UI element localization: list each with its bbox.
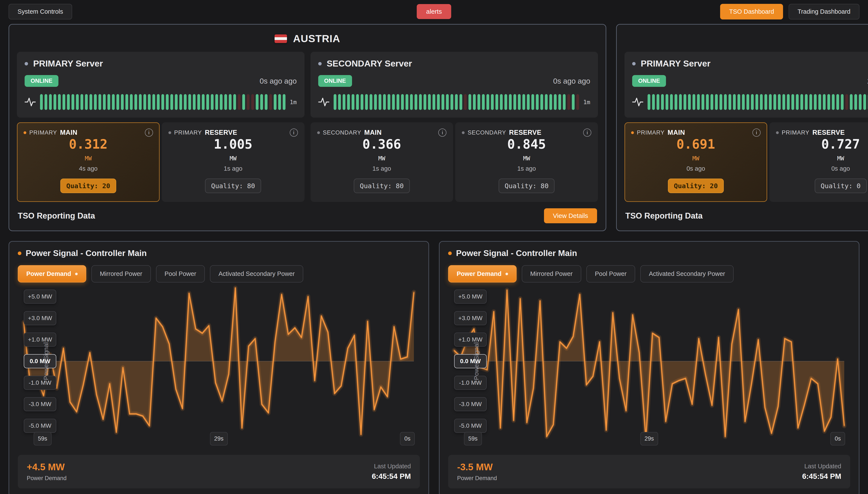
metric-card-secondary-main[interactable]: SECONDARY MAIN i 0.366 MW 1s ago Quality… <box>311 122 453 202</box>
metric-value: 0.845 <box>507 137 546 152</box>
heartbeat-bar-ok <box>841 94 844 110</box>
power-signal-line-chart <box>454 297 844 426</box>
heartbeat-bar-ok <box>356 94 359 110</box>
panel-status-dot <box>18 251 21 255</box>
heartbeat-bar-ok <box>49 94 52 110</box>
heartbeat-bar-ok <box>378 94 381 110</box>
info-icon[interactable]: i <box>290 129 298 137</box>
metric-card-primary-main[interactable]: PRIMARY MAIN i 0.312 MW 4s ago Quality: … <box>17 122 160 202</box>
heartbeat-bar-ok <box>85 94 88 110</box>
metric-card-primary-main[interactable]: PRIMARY MAIN i 0.691 MW 0s ago Quality: … <box>625 122 767 202</box>
metric-age: 1s ago <box>224 165 242 172</box>
system-controls-button[interactable]: System Controls <box>8 4 72 19</box>
tab-pool-power[interactable]: Pool Power <box>156 265 205 283</box>
heartbeat-bar-ok <box>107 94 110 110</box>
heartbeat-bar-ok <box>706 94 709 110</box>
tso-dashboard-button[interactable]: TSO Dashboard <box>720 4 783 19</box>
heartbeat-bar-miss <box>845 94 848 110</box>
heartbeat-bar-ok <box>473 94 476 110</box>
heartbeat-bar-ok <box>859 94 862 110</box>
heartbeat-bar-ok <box>125 94 128 110</box>
tab-activated-secondary-power[interactable]: Activated Secondary Power <box>640 265 734 283</box>
heartbeat-history-bars <box>334 94 579 110</box>
power-signal-chart: +5.0 MW +3.0 MW +1.0 MW 0.0 MW -1.0 MW -… <box>18 291 420 449</box>
metric-card-secondary-reserve[interactable]: SECONDARY RESERVE i 0.845 MW 1s ago Qual… <box>455 122 598 202</box>
y-tick-badge-zero: 0.0 MW <box>454 354 487 368</box>
last-updated-time: 6:45:54 PM <box>802 472 841 480</box>
heartbeat-bar-ok <box>432 94 435 110</box>
heartbeat-bar-ok <box>161 94 164 110</box>
metric-status-dot <box>776 131 779 134</box>
metric-group-label: PRIMARY <box>174 129 202 136</box>
heartbeat-bar-ok <box>513 94 516 110</box>
x-tick-badge: 0s <box>830 432 845 445</box>
server-last-seen: 2s ago ago <box>867 77 868 85</box>
heartbeat-bar-ok <box>531 94 534 110</box>
history-window-label: 1m <box>584 99 590 106</box>
info-icon[interactable]: i <box>753 129 761 137</box>
y-tick-badge: -3.0 MW <box>24 397 56 411</box>
heartbeat-bar-ok <box>536 94 539 110</box>
power-signal-line-chart <box>24 297 414 426</box>
heartbeat-bar-ok <box>495 94 498 110</box>
tab-pool-power[interactable]: Pool Power <box>586 265 635 283</box>
info-icon[interactable]: i <box>145 129 153 137</box>
heartbeat-bar-ok <box>827 94 830 110</box>
metric-age: 1s ago <box>517 165 536 172</box>
metric-status-dot <box>631 131 634 134</box>
heartbeat-bar-ok <box>760 94 763 110</box>
heartbeat-bar-ok <box>554 94 557 110</box>
heartbeat-bar-ok <box>666 94 668 110</box>
heartbeat-bar-ok <box>157 94 160 110</box>
metric-kind-label: MAIN <box>364 129 382 136</box>
heartbeat-bar-ok <box>746 94 749 110</box>
heartbeat-bar-ok <box>468 94 471 110</box>
heartbeat-bar-ok <box>679 94 682 110</box>
heartbeat-bar-ok <box>778 94 781 110</box>
tab-activated-secondary-power[interactable]: Activated Secondary Power <box>210 265 303 283</box>
heartbeat-bar-ok <box>751 94 754 110</box>
tab-power-demand[interactable]: Power Demand <box>18 265 86 283</box>
heartbeat-bar-ok <box>657 94 659 110</box>
heartbeat-bar-ok <box>850 94 853 110</box>
heartbeat-bar-ok <box>684 94 686 110</box>
y-tick-badge: +1.0 MW <box>454 332 487 347</box>
metric-card-primary-reserve[interactable]: PRIMARY RESERVE i 0.727 MW 0s ago Qualit… <box>769 122 868 202</box>
tab-power-demand[interactable]: Power Demand <box>448 265 517 283</box>
heartbeat-bar-ok <box>675 94 677 110</box>
y-tick-badge: -3.0 MW <box>454 397 487 411</box>
heartbeat-bar-miss <box>576 94 579 110</box>
online-status-badge: ONLINE <box>24 75 58 87</box>
view-details-button[interactable]: View Details <box>544 208 597 223</box>
heartbeat-bar-ok <box>558 94 561 110</box>
heartbeat-bar-ok <box>44 94 47 110</box>
heartbeat-bar-ok <box>143 94 146 110</box>
heartbeat-bar-ok <box>728 94 731 110</box>
info-icon[interactable]: i <box>583 129 591 137</box>
heartbeat-bar-ok <box>805 94 808 110</box>
heartbeat-bar-ok <box>58 94 61 110</box>
y-tick-badge: -5.0 MW <box>24 419 56 433</box>
heartbeat-bar-ok <box>809 94 812 110</box>
heartbeat-bar-ok <box>98 94 101 110</box>
quality-badge: Quality: 20 <box>668 178 724 193</box>
alerts-button[interactable]: alerts <box>417 4 451 19</box>
server-card-primary: PRIMARY Server ONLINE 0s ago ago 1m <box>17 52 304 118</box>
online-status-badge: ONLINE <box>318 75 352 87</box>
info-icon[interactable]: i <box>438 129 446 137</box>
heartbeat-bar-ok <box>193 94 196 110</box>
trading-dashboard-button[interactable]: Trading Dashboard <box>789 4 860 19</box>
signal-tabs: Power Demand Mirrored Power Pool Power A… <box>448 265 850 283</box>
tab-mirrored-power[interactable]: Mirrored Power <box>522 265 581 283</box>
server-last-seen: 0s ago ago <box>260 77 297 85</box>
heartbeat-bar-ok <box>450 94 453 110</box>
x-tick-badge: 0s <box>400 432 415 445</box>
panel-status-dot <box>448 251 452 255</box>
y-axis-label: Power Signal <box>473 342 480 380</box>
tab-mirrored-power[interactable]: Mirrored Power <box>91 265 151 283</box>
metric-group-label: SECONDARY <box>467 129 506 136</box>
heartbeat-bar-ok <box>166 94 169 110</box>
quality-badge: Quality: 80 <box>205 178 261 193</box>
metric-card-primary-reserve[interactable]: PRIMARY RESERVE i 1.005 MW 1s ago Qualit… <box>162 122 304 202</box>
heartbeat-bar-ok <box>791 94 794 110</box>
